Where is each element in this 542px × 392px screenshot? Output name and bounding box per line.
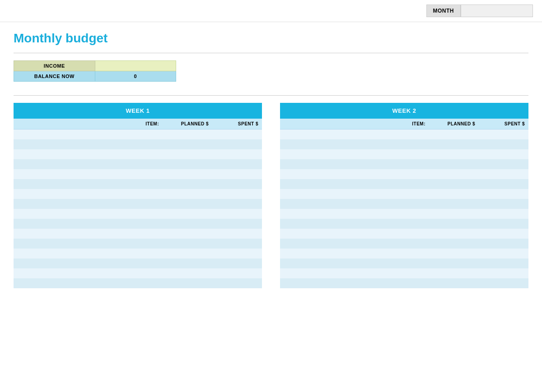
week2-header: WEEK 2 — [280, 103, 528, 119]
table-row[interactable] — [14, 229, 262, 239]
summary-table: INCOME BALANCE NOW 0 — [14, 60, 176, 82]
table-row[interactable] — [14, 179, 262, 189]
table-row[interactable] — [14, 278, 262, 288]
week2-block: WEEK 2 ITEM: PLANNED $ SPENT $ — [280, 103, 528, 288]
table-row[interactable] — [280, 239, 528, 249]
table-row[interactable] — [280, 159, 528, 169]
table-row[interactable] — [14, 268, 262, 278]
table-row[interactable] — [280, 249, 528, 258]
week2-col-headers: ITEM: PLANNED $ SPENT $ — [280, 119, 528, 129]
table-row[interactable] — [280, 189, 528, 199]
table-row[interactable] — [280, 179, 528, 189]
table-row[interactable] — [280, 209, 528, 219]
income-value[interactable] — [95, 61, 176, 71]
week1-col-headers: ITEM: PLANNED $ SPENT $ — [14, 119, 262, 129]
table-row[interactable] — [14, 199, 262, 209]
table-row[interactable] — [280, 129, 528, 139]
week1-spent-header: SPENT $ — [212, 119, 262, 129]
income-row: INCOME — [14, 61, 176, 71]
week1-table: ITEM: PLANNED $ SPENT $ — [14, 119, 262, 288]
table-row[interactable] — [14, 209, 262, 219]
balance-row: BALANCE NOW 0 — [14, 71, 176, 82]
table-row[interactable] — [280, 229, 528, 239]
table-row[interactable] — [280, 199, 528, 209]
week2-planned-header: PLANNED $ — [429, 119, 479, 129]
week2-item-header: ITEM: — [280, 119, 429, 129]
table-row[interactable] — [14, 149, 262, 159]
table-row[interactable] — [14, 189, 262, 199]
table-row[interactable] — [14, 258, 262, 268]
table-row[interactable] — [280, 258, 528, 268]
top-bar: MONTH — [0, 0, 542, 22]
week1-planned-header: PLANNED $ — [163, 119, 212, 129]
balance-value: 0 — [95, 71, 176, 82]
page-title: Monthly budget — [14, 31, 528, 46]
week2-spent-header: SPENT $ — [479, 119, 528, 129]
table-row[interactable] — [14, 219, 262, 229]
divider-weeks — [14, 95, 528, 96]
table-row[interactable] — [280, 268, 528, 278]
table-row[interactable] — [280, 149, 528, 159]
table-row[interactable] — [14, 159, 262, 169]
table-row[interactable] — [280, 278, 528, 288]
table-row[interactable] — [280, 219, 528, 229]
week2-table: ITEM: PLANNED $ SPENT $ — [280, 119, 528, 288]
week1-item-header: ITEM: — [14, 119, 163, 129]
month-label: MONTH — [426, 5, 461, 17]
page-content: Monthly budget INCOME BALANCE NOW 0 WEEK… — [0, 22, 542, 297]
week1-block: WEEK 1 ITEM: PLANNED $ SPENT $ — [14, 103, 262, 288]
income-label: INCOME — [14, 61, 95, 71]
balance-label: BALANCE NOW — [14, 71, 95, 82]
table-row[interactable] — [14, 249, 262, 258]
table-row[interactable] — [14, 129, 262, 139]
table-row[interactable] — [14, 169, 262, 179]
table-row[interactable] — [14, 139, 262, 149]
week1-header: WEEK 1 — [14, 103, 262, 119]
weeks-container: WEEK 1 ITEM: PLANNED $ SPENT $ WEEK 2 — [14, 103, 528, 288]
divider-top — [14, 53, 528, 53]
month-input[interactable] — [461, 5, 533, 17]
table-row[interactable] — [14, 239, 262, 249]
table-row[interactable] — [280, 139, 528, 149]
table-row[interactable] — [280, 169, 528, 179]
